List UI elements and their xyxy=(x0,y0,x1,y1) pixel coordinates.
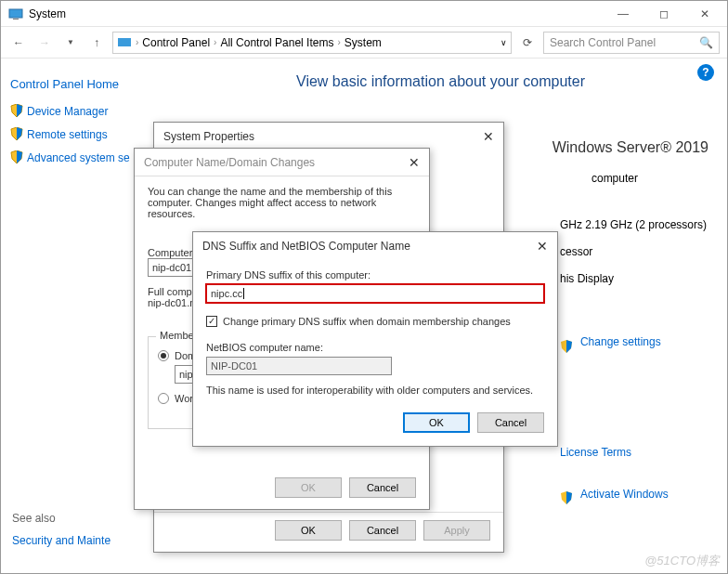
close-icon[interactable]: ✕ xyxy=(537,239,548,254)
page-heading: View basic information about your comput… xyxy=(173,73,708,90)
shield-icon xyxy=(10,127,23,140)
address-bar[interactable]: › Control Panel › All Control Panel Item… xyxy=(112,32,512,54)
netbios-input: NIP-DC01 xyxy=(206,357,392,375)
refresh-button[interactable]: ⟳ xyxy=(517,33,538,53)
sidebar-link-advanced-settings[interactable]: Advanced system se xyxy=(10,150,145,164)
minimize-button[interactable]: — xyxy=(603,1,644,27)
close-icon[interactable]: ✕ xyxy=(409,155,420,170)
windows-edition: Windows Server® 2019 xyxy=(552,130,708,165)
apply-button[interactable]: Apply xyxy=(423,520,490,541)
change-suffix-checkbox[interactable]: ✓ xyxy=(206,316,217,327)
display-label: his Display xyxy=(560,266,707,293)
activate-windows-link[interactable]: Activate Windows xyxy=(560,481,707,508)
breadcrumb-item[interactable]: All Control Panel Items xyxy=(220,36,333,49)
search-icon: 🔍 xyxy=(699,36,713,49)
svg-rect-2 xyxy=(118,38,131,46)
search-input[interactable]: Search Control Panel 🔍 xyxy=(543,32,720,54)
breadcrumb-item[interactable]: System xyxy=(344,36,382,49)
change-settings-link[interactable]: Change settings xyxy=(560,329,707,356)
ok-button[interactable]: OK xyxy=(403,412,470,433)
recent-button[interactable]: ▼ xyxy=(60,33,81,53)
forward-button[interactable]: → xyxy=(34,33,55,53)
cancel-button[interactable]: Cancel xyxy=(477,412,544,433)
sidebar-link-device-manager[interactable]: Device Manager xyxy=(10,104,145,118)
checkbox-label: Change primary DNS suffix when domain me… xyxy=(223,316,511,327)
maximize-button[interactable]: ◻ xyxy=(644,1,684,27)
window-title: System xyxy=(29,7,66,20)
shield-icon xyxy=(10,104,23,117)
back-button[interactable]: ← xyxy=(8,33,29,53)
system-icon xyxy=(8,7,23,21)
dns-suffix-dialog: DNS Suffix and NetBIOS Computer Name ✕ P… xyxy=(192,231,558,447)
svg-rect-0 xyxy=(9,9,22,18)
sidebar-link-remote-settings[interactable]: Remote settings xyxy=(10,127,145,141)
watermark: @51CTO博客 xyxy=(644,553,720,569)
cancel-button[interactable]: Cancel xyxy=(349,477,416,498)
netbios-label: NetBIOS computer name: xyxy=(206,342,544,353)
svg-rect-1 xyxy=(13,19,19,20)
close-icon[interactable]: ✕ xyxy=(483,129,494,144)
primary-dns-label: Primary DNS suffix of this computer: xyxy=(206,269,544,280)
processor-ghz: GHz 2.19 GHz (2 processors) xyxy=(560,212,707,239)
breadcrumb-item[interactable]: Control Panel xyxy=(142,36,210,49)
netbios-note: This name is used for interoperability w… xyxy=(206,385,544,396)
dialog-title: System Properties xyxy=(163,130,254,143)
shield-icon xyxy=(560,488,573,501)
shield-icon xyxy=(10,150,23,163)
dialog-title: DNS Suffix and NetBIOS Computer Name xyxy=(202,240,410,253)
license-terms-link[interactable]: License Terms xyxy=(560,439,707,466)
see-also-label: See also xyxy=(12,512,151,525)
processor-label: cessor xyxy=(560,239,707,266)
dialog-title: Computer Name/Domain Changes xyxy=(144,156,315,169)
primary-dns-input[interactable]: nipc.cc xyxy=(206,284,544,303)
control-panel-home[interactable]: Control Panel Home xyxy=(10,77,145,91)
up-button[interactable]: ↑ xyxy=(86,33,107,53)
dialog-description: You can change the name and the membersh… xyxy=(148,186,416,219)
security-maintenance-link[interactable]: Security and Mainte xyxy=(12,534,110,547)
cancel-button[interactable]: Cancel xyxy=(349,520,416,541)
shield-icon xyxy=(560,336,573,349)
ok-button[interactable]: OK xyxy=(275,477,342,498)
ok-button[interactable]: OK xyxy=(275,520,342,541)
computer-label: computer xyxy=(592,165,638,192)
close-button[interactable]: ✕ xyxy=(684,1,725,27)
